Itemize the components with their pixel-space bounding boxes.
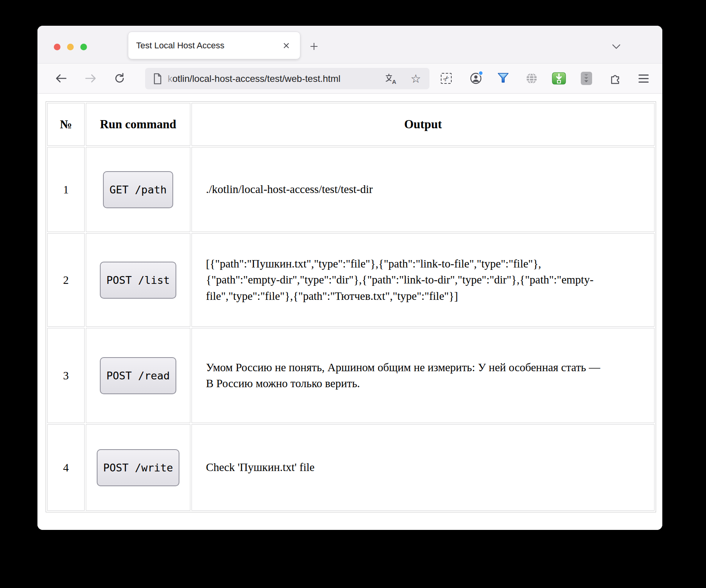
back-icon[interactable] xyxy=(53,71,69,86)
browser-tab[interactable]: Test Local Host Access xyxy=(128,32,300,59)
header-number: № xyxy=(47,103,85,146)
row-output: Умом Россию не понять, Аршином общим не … xyxy=(192,328,655,423)
page-icon xyxy=(153,73,162,84)
notification-badge xyxy=(478,71,483,76)
post-read-button[interactable]: POST /read xyxy=(100,357,177,394)
zoom-window-button[interactable] xyxy=(80,44,87,50)
post-list-button[interactable]: POST /list xyxy=(100,262,177,299)
navigation-toolbar: kotlin/local-host-access/test/web-test.h… xyxy=(37,64,662,94)
url-text[interactable]: kotlin/local-host-access/test/web-test.h… xyxy=(168,73,341,84)
menu-icon[interactable] xyxy=(636,71,651,86)
globe-icon[interactable] xyxy=(524,71,539,86)
url-faded-part: k xyxy=(168,73,172,84)
browser-window: Test Local Host Access xyxy=(37,26,662,530)
row-number: 3 xyxy=(47,328,85,423)
row-number: 1 xyxy=(47,147,85,232)
forward-icon[interactable] xyxy=(83,71,98,86)
row-output: ./kotlin/local-host-access/test/test-dir xyxy=(192,147,655,232)
row-output: Check 'Пушкин.txt' file xyxy=(192,424,655,511)
table-row: 2 POST /list [{"path":"Пушкин.txt","type… xyxy=(47,233,655,327)
bookmark-star-icon[interactable]: ☆ xyxy=(408,71,424,87)
table-row: 3 POST /read Умом Россию не понять, Арши… xyxy=(47,328,655,423)
get-path-button[interactable]: GET /path xyxy=(103,171,173,208)
row-number: 2 xyxy=(47,233,85,327)
tab-title: Test Local Host Access xyxy=(136,41,280,51)
test-results-table: № Run command Output 1 GET /path ./kotli… xyxy=(46,101,656,512)
table-row: 4 POST /write Check 'Пушкин.txt' file xyxy=(47,424,655,511)
page-content: № Run command Output 1 GET /path ./kotli… xyxy=(37,94,662,530)
tab-bar: Test Local Host Access xyxy=(37,26,662,64)
screenshot-scissors-icon[interactable]: ✂ xyxy=(438,71,454,86)
table-header-row: № Run command Output xyxy=(47,103,655,146)
table-row: 1 GET /path ./kotlin/local-host-access/t… xyxy=(47,147,655,232)
header-output: Output xyxy=(192,103,655,146)
close-window-button[interactable] xyxy=(54,44,60,50)
tab-close-icon[interactable] xyxy=(280,40,292,51)
row-output: [{"path":"Пушкин.txt","type":"file"},{"p… xyxy=(192,233,655,327)
reload-icon[interactable] xyxy=(112,71,128,86)
tabs-chevron-down-icon[interactable] xyxy=(608,39,624,55)
header-run-command: Run command xyxy=(86,103,190,146)
filter-funnel-icon[interactable] xyxy=(495,71,511,86)
post-write-button[interactable]: POST /write xyxy=(97,449,180,486)
account-icon[interactable] xyxy=(468,71,484,86)
extensions-puzzle-icon[interactable] xyxy=(608,71,623,86)
translate-icon[interactable]: A xyxy=(383,71,399,87)
row-number: 4 xyxy=(47,424,85,511)
minimize-window-button[interactable] xyxy=(67,44,74,50)
new-tab-button[interactable] xyxy=(306,39,322,54)
svg-text:A: A xyxy=(392,78,396,85)
collapse-arrows-icon[interactable] xyxy=(578,71,594,86)
url-main-part: otlin/local-host-access/test/web-test.ht… xyxy=(172,73,341,84)
download-folder-icon[interactable] xyxy=(551,71,567,86)
address-bar[interactable]: kotlin/local-host-access/test/web-test.h… xyxy=(145,68,429,89)
